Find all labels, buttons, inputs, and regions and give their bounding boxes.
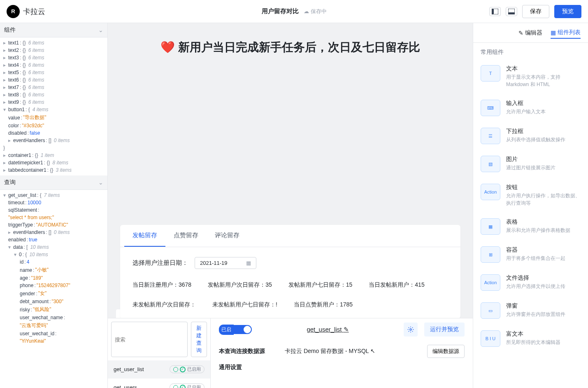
stat-item: 未发帖新用户七日留存：! xyxy=(212,301,277,309)
tab-editor[interactable]: ✎ 编辑器 xyxy=(518,29,542,37)
tab-component-list[interactable]: ▦ 组件列表 xyxy=(551,29,581,39)
tab-2[interactable]: 评论留存 xyxy=(207,225,248,247)
save-button[interactable]: 保存 xyxy=(522,5,549,18)
hero-title: ❤️ 新用户当日完成新手任务后，次日及七日留存比 xyxy=(116,31,465,63)
component-icon: ▧ xyxy=(481,156,500,172)
tree-prop[interactable]: ▾0 : {10 items xyxy=(0,251,107,258)
tree-item[interactable]: ▸text6 : {}6 items xyxy=(0,76,107,84)
queries-panel-header[interactable]: 查询 ⌄ xyxy=(0,175,107,190)
pencil-icon: ✎ xyxy=(518,30,523,36)
tree-item[interactable]: ▾get_user_list : {7 items xyxy=(0,192,107,199)
enabled-label: 已启 xyxy=(219,325,234,335)
tree-prop[interactable]: phone : "15246297807" xyxy=(0,282,107,289)
tree-prop[interactable]: value : "导出数据" xyxy=(0,113,107,122)
tree-item[interactable]: ▸text5 : {}6 items xyxy=(0,69,107,76)
svg-rect-3 xyxy=(508,12,515,14)
new-query-button[interactable]: 新建查询 xyxy=(191,322,207,357)
edit-datasource-button[interactable]: 编辑数据源 xyxy=(427,345,465,358)
stat-item: 发帖新用户次日留存：35 xyxy=(208,281,272,289)
component-title: 文件选择 xyxy=(506,274,565,282)
component-desc: 允许用户执行操作，如导出数据、执行查询等 xyxy=(506,192,581,207)
chevron-down-icon: ⌄ xyxy=(98,179,103,186)
tree-prop[interactable]: age : "189" xyxy=(0,274,107,282)
component-icon: Action xyxy=(481,274,500,291)
tree-item[interactable]: ▸text4 : {}6 items xyxy=(0,61,107,69)
layout-bottom-icon[interactable] xyxy=(506,7,517,16)
tree-prop[interactable]: id : 4 xyxy=(0,258,107,266)
component-desc: 允许用户选择文件以便上传 xyxy=(506,283,565,290)
component-item[interactable]: ▦ 表格 展示和允许用户操作表格数据 xyxy=(481,213,581,241)
common-components-title: 常用组件 xyxy=(473,43,588,59)
component-title: 容器 xyxy=(506,246,565,254)
component-icon: ▦ xyxy=(481,218,500,235)
tree-item[interactable]: ▸text3 : {}6 items xyxy=(0,54,107,61)
component-icon: Action xyxy=(481,184,500,200)
component-item[interactable]: ☰ 下拉框 从列表中选择值或触发操作 xyxy=(481,122,581,150)
svg-rect-1 xyxy=(492,9,494,14)
bottom-panel: 新建查询 get_user_list 已启用 get_users 已启用 已启 … xyxy=(108,318,473,388)
tree-prop[interactable]: sqlStatement : xyxy=(0,206,107,214)
tree-prop-val: "YiYunKeai" xyxy=(0,337,107,345)
date-picker[interactable]: 2021-11-19 ▦ xyxy=(195,257,256,269)
preview-button[interactable]: 预览 xyxy=(554,5,581,18)
stat-item: 当日新注册用户：3678 xyxy=(132,281,191,289)
tree-item[interactable]: ▸datetimepicker1 : {}8 items xyxy=(0,159,107,166)
components-panel-header[interactable]: 组件 ⌄ xyxy=(0,23,107,37)
tree-item[interactable]: ▾button1 : {4 items xyxy=(0,106,107,113)
general-settings-label: 通用设置 xyxy=(219,364,277,371)
tree-prop[interactable]: user_wechat_id : xyxy=(0,330,107,337)
query-list-item[interactable]: get_users 已启用 xyxy=(108,379,210,388)
tab-1[interactable]: 点赞留存 xyxy=(165,225,207,247)
component-item[interactable]: Action 按钮 允许用户执行操作，如导出数据、执行查询等 xyxy=(481,178,581,213)
tab-0[interactable]: 发帖留存 xyxy=(124,225,165,247)
component-item[interactable]: ▭ 弹窗 允许弹窗并在内部放置组件 xyxy=(481,297,581,325)
query-search-input[interactable] xyxy=(111,322,188,357)
component-item[interactable]: ▧ 图片 通过图片链接展示图片 xyxy=(481,150,581,178)
tree-prop[interactable]: ▸eventHandlers : []0 items xyxy=(0,137,107,144)
component-item[interactable]: T 文本 用于显示文本内容，支持 Markdown 和 HTML xyxy=(481,59,581,94)
tree-prop[interactable]: risky : "低风险" xyxy=(0,305,107,314)
tree-prop[interactable]: disabled : false xyxy=(0,129,107,137)
component-item[interactable]: Action 文件选择 允许用户选择文件以便上传 xyxy=(481,269,581,297)
retention-card: 发帖留存点赞留存评论留存 选择用户注册日期： 2021-11-19 ▦ 当日新注… xyxy=(120,225,460,318)
enabled-toggle[interactable] xyxy=(234,325,252,334)
component-desc: 允许用户输入文本 xyxy=(506,108,546,115)
layout-side-icon[interactable] xyxy=(489,7,501,16)
component-item[interactable]: B I U 富文本 所见即所得的文本编辑器 xyxy=(481,325,581,353)
tree-item[interactable]: ▸text2 : {}6 items xyxy=(0,47,107,54)
tree-prop[interactable]: user_wechat_name : xyxy=(0,314,107,321)
cursor-icon: ↖ xyxy=(370,348,375,354)
component-item[interactable]: ⊞ 容器 用于将多个组件集合在一起 xyxy=(481,241,581,269)
chevron-down-icon: ⌄ xyxy=(98,27,103,33)
calendar-icon: ▦ xyxy=(246,260,251,266)
enabled-badge: 已启用 xyxy=(170,365,205,373)
tree-prop[interactable]: gender : "女" xyxy=(0,289,107,298)
component-icon: ⌨ xyxy=(481,100,500,116)
component-desc: 展示和允许用户操作表格数据 xyxy=(506,227,570,234)
tree-prop[interactable]: ▸eventHandlers : []0 items xyxy=(0,229,107,236)
component-title: 富文本 xyxy=(506,330,560,338)
tree-item[interactable]: ▸container1 : {}1 item xyxy=(0,152,107,159)
query-name-editable[interactable]: get_user_list ✎ xyxy=(258,326,397,333)
tree-item[interactable]: ▸text8 : {}6 items xyxy=(0,91,107,98)
component-item[interactable]: ⌨ 输入框 允许用户输入文本 xyxy=(481,94,581,122)
tree-prop[interactable]: color : "#3c92dc" xyxy=(0,122,107,129)
settings-button[interactable] xyxy=(404,323,418,337)
component-icon: ⊞ xyxy=(481,246,500,263)
tree-prop[interactable]: debt_amount : "300" xyxy=(0,298,107,305)
component-icon: ▭ xyxy=(481,302,500,319)
tree-item[interactable]: ▸text9 : {}6 items xyxy=(0,98,107,106)
tree-prop[interactable]: enabled : true xyxy=(0,236,107,243)
run-preview-button[interactable]: 运行并预览 xyxy=(424,323,465,337)
tree-prop-val: "云逸可爱吗" xyxy=(0,321,107,330)
query-list-item[interactable]: get_user_list 已启用 xyxy=(108,360,210,379)
tree-prop[interactable]: triggerType : "AUTOMATIC" xyxy=(0,221,107,229)
tree-prop[interactable]: name : "小敏" xyxy=(0,266,107,274)
tree-item[interactable]: ▸text1 : {}6 items xyxy=(0,39,107,47)
tree-item[interactable]: ▸text7 : {}6 items xyxy=(0,84,107,91)
datasource-label: 本查询连接数据源 xyxy=(219,348,277,355)
component-desc: 用于将多个组件集合在一起 xyxy=(506,255,565,262)
tree-prop[interactable]: ▾data : [10 items xyxy=(0,243,107,251)
tree-prop[interactable]: timeout : 10000 xyxy=(0,199,107,206)
tree-item[interactable]: ▸tabbedcontainer1 : {}3 items xyxy=(0,166,107,174)
